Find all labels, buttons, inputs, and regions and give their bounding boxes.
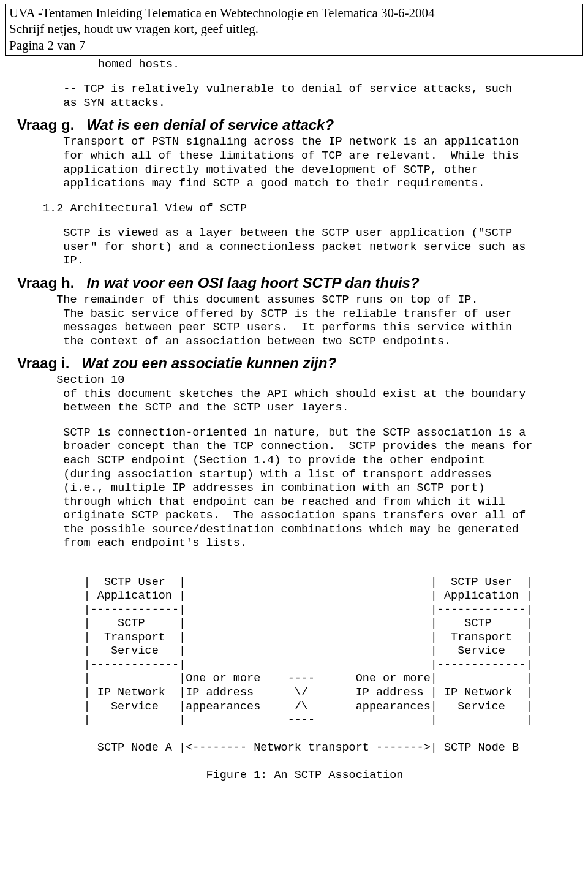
question-g-label: Vraag g. bbox=[17, 116, 74, 133]
header-line-3: Pagina 2 van 7 bbox=[9, 37, 579, 53]
header-line-1: UVA -Tentamen Inleiding Telematica en We… bbox=[9, 5, 579, 21]
tcp-vulnerability-para: -- TCP is relatively vulnerable to denia… bbox=[17, 83, 571, 110]
question-h-text: In wat voor een OSI laag hoort SCTP dan … bbox=[86, 274, 419, 291]
question-i-label: Vraag i. bbox=[17, 355, 69, 371]
connection-para: SCTP is connection-oriented in nature, b… bbox=[17, 426, 571, 551]
question-g-text: Wat is een denial of service attack? bbox=[86, 116, 334, 133]
arch-para: SCTP is viewed as a layer between the SC… bbox=[17, 227, 571, 268]
section10-para: Section 10 of this document sketches the… bbox=[17, 374, 571, 415]
homed-hosts-fragment: homed hosts. bbox=[17, 58, 571, 72]
document-body: homed hosts. -- TCP is relatively vulner… bbox=[0, 58, 588, 795]
document-header: UVA -Tentamen Inleiding Telematica en We… bbox=[5, 4, 583, 56]
question-h-label: Vraag h. bbox=[17, 274, 74, 291]
remainder-para: The remainder of this document assumes S… bbox=[17, 293, 571, 349]
ascii-diagram: _____________ _____________ | SCTP User … bbox=[17, 562, 571, 783]
header-line-2: Schrijf netjes, houdt uw vragen kort, ge… bbox=[9, 21, 579, 37]
question-h: Vraag h. In wat voor een OSI laag hoort … bbox=[17, 274, 571, 292]
question-i-text: Wat zou een associatie kunnen zijn? bbox=[81, 355, 336, 371]
question-i: Vraag i. Wat zou een associatie kunnen z… bbox=[17, 355, 571, 372]
question-g: Vraag g. Wat is een denial of service at… bbox=[17, 116, 571, 134]
pstn-para: Transport of PSTN signaling across the I… bbox=[17, 135, 571, 191]
arch-heading: 1.2 Architectural View of SCTP bbox=[17, 202, 571, 216]
